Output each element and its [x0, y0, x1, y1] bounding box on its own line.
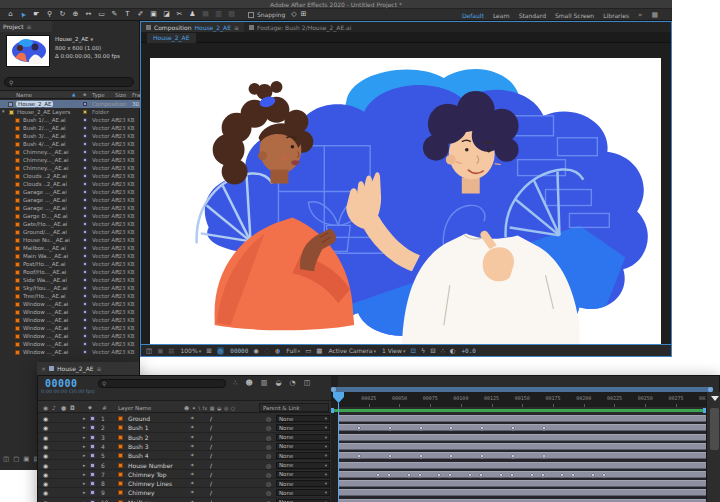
eye-icon[interactable]: ◉	[43, 452, 48, 459]
composition-tab[interactable]: Composition House_2_AE ≡	[141, 22, 244, 32]
view-layout-dropdown[interactable]: 1 View ▾	[381, 347, 405, 354]
timeline-scrollbar[interactable]	[706, 392, 720, 502]
snapping-checkbox[interactable]	[248, 12, 254, 18]
layer-label-swatch[interactable]	[90, 425, 95, 430]
mask-visibility-toggle[interactable]: ◎	[217, 347, 225, 355]
label-swatch[interactable]	[83, 150, 87, 154]
project-item-row[interactable]: Window ..._AE.ai Vector Art 723 KB	[0, 348, 140, 356]
brush-tool[interactable]: ✐	[134, 9, 147, 20]
pan-behind-tool[interactable]: ↔	[82, 9, 95, 20]
frame-blending-icon[interactable]: ▥	[261, 379, 268, 389]
auto-keyframe-icon[interactable]: ◔	[290, 379, 296, 389]
layer-row[interactable]: ◉ ▸ 2 Bush 1 ✦ ∕ ◎ None ▾	[38, 423, 331, 432]
item-name[interactable]: Garage ..._AE.ai	[23, 197, 67, 203]
layer-name[interactable]: Chimney Top	[128, 471, 167, 478]
layer-name[interactable]: Chimney	[128, 489, 155, 496]
layer-row[interactable]: ◉ ▸ 8 Chimney Lines ✦ ∕ ◎ None ▾	[38, 479, 331, 488]
pickwhip-icon[interactable]: ◎	[266, 424, 271, 431]
collapse-switch-icon[interactable]: ✦	[190, 434, 195, 440]
pickwhip-icon[interactable]: ◎	[266, 489, 271, 496]
scrollbar-thumb[interactable]	[710, 408, 719, 450]
viewer-current-time[interactable]: 00000	[229, 347, 248, 354]
hide-shy-layers-icon[interactable]: ☻	[245, 379, 252, 389]
pickwhip-icon[interactable]: ◎	[266, 452, 271, 459]
item-name[interactable]: Chimney..._AE.ai	[23, 165, 68, 171]
layer-row[interactable]: ◉ ▸ 10 Mailbox ✦ ∕ ◎ None ▾	[38, 498, 331, 502]
project-item-row[interactable]: Window ..._AE.ai Vector Art 723 KB	[0, 332, 140, 340]
quality-switch-icon[interactable]: ∕	[210, 471, 212, 478]
quality-switch-icon[interactable]: ∕	[210, 443, 212, 450]
item-name[interactable]: Main Wa..._AE.ai	[23, 253, 68, 259]
quality-switch-icon[interactable]: \	[198, 405, 200, 411]
project-item-row[interactable]: Post/Ho..._AE.ai Vector Art 723 KB	[0, 260, 140, 268]
quality-switch-icon[interactable]: ∕	[210, 434, 212, 441]
parent-dropdown[interactable]: None ▾	[276, 434, 330, 441]
project-item-row[interactable]: Window ..._AE.ai Vector Art 723 KB	[0, 308, 140, 316]
project-item-row[interactable]: Window ..._AE.ai Vector Art 723 KB	[0, 300, 140, 308]
label-swatch[interactable]	[83, 238, 87, 242]
project-item-row[interactable]: Bush 2/..._AE.ai Vector Art 723 KB	[0, 124, 140, 132]
label-swatch[interactable]	[83, 214, 87, 218]
project-item-row[interactable]: Garge D..._AE.ai Vector Art 723 KB	[0, 212, 140, 220]
panel-menu-icon[interactable]: ≡	[97, 365, 102, 372]
layer-row[interactable]: ◉ ▸ 7 Chimney Top ✦ ∕ ◎ None ▾	[38, 470, 331, 479]
layer-duration-bar[interactable]	[338, 462, 706, 469]
layer-duration-bar[interactable]	[338, 443, 706, 450]
quality-switch-icon[interactable]: ∕	[210, 452, 212, 459]
project-item-row[interactable]: ▾ House_2_AE Layers Folder	[0, 108, 140, 116]
collapse-switch-icon[interactable]: ✦	[190, 452, 195, 458]
layer-label-swatch[interactable]	[90, 435, 95, 440]
collapse-switch-icon[interactable]: ✦	[190, 443, 195, 449]
layer-name[interactable]: Bush 3	[128, 443, 149, 450]
timeline-button[interactable]: ⊟	[430, 347, 435, 355]
project-item-row[interactable]: Chimney..._AE.ai Vector Art 723 KB	[0, 164, 140, 172]
collapse-switch-icon[interactable]: ✦	[190, 462, 195, 468]
axis-mode-local[interactable]: ▤	[199, 9, 212, 20]
layer-row[interactable]: ◉ ▸ 9 Chimney ✦ ∕ ◎ None ▾	[38, 488, 331, 497]
layer-duration-bar[interactable]	[338, 452, 706, 459]
project-item-row[interactable]: Sky/Hou..._AE.ai Vector Art 723 KB	[0, 284, 140, 292]
column-parent-link[interactable]: Parent & Link	[259, 403, 329, 412]
clone-stamp-tool[interactable]: ▣	[147, 9, 160, 20]
layer-label-swatch[interactable]	[90, 490, 95, 495]
zoom-tool[interactable]: ⚲	[43, 9, 56, 20]
layer-row[interactable]: ◉ ▸ 6 House Number ✦ ∕ ◎ None ▾	[38, 461, 331, 470]
parent-dropdown[interactable]: None ▾	[276, 452, 330, 459]
camera-tool[interactable]: ⊕	[69, 9, 82, 20]
collapse-switch-icon[interactable]: ✦	[190, 415, 195, 421]
panel-menu-icon[interactable]: ≡	[234, 24, 239, 31]
item-name[interactable]: Window ..._AE.ai	[23, 317, 68, 323]
layer-label-swatch[interactable]	[90, 453, 95, 458]
expander-icon[interactable]: ▸	[83, 443, 86, 449]
item-name[interactable]: Window ..._AE.ai	[23, 325, 68, 331]
layer-row[interactable]: ◉ ▸ 1 Ground ✦ ∕ ◎ None ▾	[38, 414, 331, 423]
parent-dropdown[interactable]: None ▾	[276, 443, 330, 450]
pen-tool[interactable]: ✎	[108, 9, 121, 20]
project-panel-tab[interactable]: Project ≡	[0, 21, 52, 32]
layer-label-swatch[interactable]	[90, 481, 95, 486]
layer-track-bar[interactable]	[338, 423, 706, 432]
layer-name[interactable]: Chimney Lines	[128, 480, 172, 487]
column-size[interactable]: Size	[115, 92, 126, 98]
project-item-row[interactable]: Gate/Ho..._AE.ai Vector Art 723 KB	[0, 220, 140, 228]
label-swatch[interactable]	[83, 142, 87, 146]
label-column-icon[interactable]: ◆	[88, 404, 92, 410]
quality-switch-icon[interactable]: ∕	[210, 415, 212, 422]
expander-icon[interactable]: ▸	[83, 424, 86, 430]
label-swatch[interactable]	[83, 110, 87, 114]
label-swatch[interactable]	[83, 318, 87, 322]
timeline-search-input[interactable]: ⚲	[98, 379, 226, 388]
item-name[interactable]: Gate/Ho..._AE.ai	[23, 221, 67, 227]
expander-icon[interactable]: ▾	[2, 108, 5, 114]
graph-editor-icon[interactable]: ◫	[304, 379, 311, 389]
quality-switch-icon[interactable]: ∕	[210, 480, 212, 487]
layer-row[interactable]: ◉ ▸ 5 Bush 4 ✦ ∕ ◎ None ▾	[38, 451, 331, 460]
item-name[interactable]: House_2_AE	[16, 101, 53, 107]
parent-dropdown[interactable]: None ▾	[276, 480, 330, 487]
audio-column-icon[interactable]: ♪	[52, 404, 56, 411]
layer-track-bar[interactable]	[338, 470, 706, 479]
timeline-panel-tab[interactable]: × House_2_AE ≡	[37, 362, 139, 375]
project-item-row[interactable]: Garage ..._AE.ai Vector Art 723 KB	[0, 196, 140, 204]
label-swatch[interactable]	[83, 278, 87, 282]
eye-icon[interactable]: ◉	[43, 415, 48, 422]
